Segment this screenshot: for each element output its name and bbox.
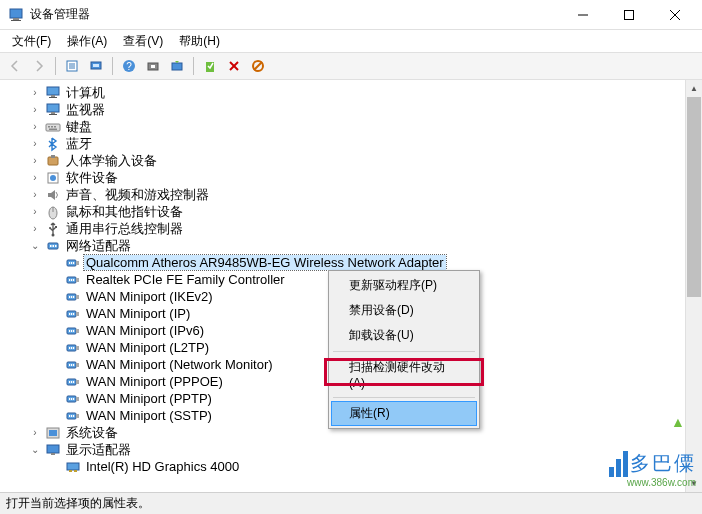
menu-help[interactable]: 帮助(H) xyxy=(171,31,228,52)
expander-icon[interactable]: ⌄ xyxy=(28,240,42,251)
expander-icon[interactable]: › xyxy=(28,206,42,217)
svg-rect-65 xyxy=(71,313,72,315)
netadapter-icon xyxy=(65,306,81,322)
back-button[interactable] xyxy=(4,55,26,77)
context-menu-item[interactable]: 禁用设备(D) xyxy=(331,298,477,323)
tree-category[interactable]: ⌄网络适配器 xyxy=(0,237,685,254)
toolbar-separator xyxy=(55,57,56,75)
tree-category[interactable]: ›鼠标和其他指针设备 xyxy=(0,203,685,220)
tree-device[interactable]: ·Qualcomm Atheros AR9485WB-EG Wireless N… xyxy=(0,254,685,271)
context-menu-item[interactable]: 更新驱动程序(P) xyxy=(331,273,477,298)
context-menu-item[interactable]: 属性(R) xyxy=(331,401,477,426)
netadapter-icon xyxy=(65,255,81,271)
menubar: 文件(F) 操作(A) 查看(V) 帮助(H) xyxy=(0,30,702,52)
tree-category[interactable]: ⌄显示适配器 xyxy=(0,441,685,458)
svg-rect-16 xyxy=(151,65,155,68)
forward-button[interactable] xyxy=(28,55,50,77)
tree-category[interactable]: ›人体学输入设备 xyxy=(0,152,685,169)
expander-icon[interactable]: ⌄ xyxy=(28,444,42,455)
svg-rect-71 xyxy=(73,330,74,332)
tree-label: 网络适配器 xyxy=(64,237,133,255)
disable-button[interactable] xyxy=(247,55,269,77)
scan-button[interactable] xyxy=(85,55,107,77)
svg-rect-45 xyxy=(53,245,55,247)
tree-category[interactable]: ›计算机 xyxy=(0,84,685,101)
enable-button[interactable] xyxy=(199,55,221,77)
svg-rect-95 xyxy=(71,415,72,417)
vertical-scrollbar[interactable]: ▲ ▼ xyxy=(685,80,702,492)
expander-icon[interactable]: › xyxy=(28,138,42,149)
svg-rect-96 xyxy=(73,415,74,417)
svg-rect-31 xyxy=(51,126,53,128)
expander-icon[interactable]: › xyxy=(28,189,42,200)
svg-rect-66 xyxy=(73,313,74,315)
system-icon xyxy=(45,425,61,441)
svg-rect-28 xyxy=(49,114,57,115)
svg-rect-51 xyxy=(73,262,74,264)
tree-category[interactable]: ›软件设备 xyxy=(0,169,685,186)
netadapter-icon xyxy=(65,391,81,407)
svg-rect-61 xyxy=(73,296,74,298)
context-menu[interactable]: 更新驱动程序(P)禁用设备(D)卸载设备(U)扫描检测硬件改动(A)属性(R) xyxy=(328,270,480,429)
svg-rect-85 xyxy=(71,381,72,383)
svg-rect-88 xyxy=(76,397,79,401)
tree-category[interactable]: ›蓝牙 xyxy=(0,135,685,152)
tree-label: Intel(R) HD Graphics 4000 xyxy=(84,459,241,474)
tree-category[interactable]: ›通用串行总线控制器 xyxy=(0,220,685,237)
close-button[interactable] xyxy=(652,0,698,30)
expander-icon[interactable]: › xyxy=(28,223,42,234)
scroll-up-button[interactable]: ▲ xyxy=(686,80,702,97)
svg-rect-86 xyxy=(73,381,74,383)
svg-rect-55 xyxy=(71,279,72,281)
svg-rect-90 xyxy=(71,398,72,400)
svg-point-40 xyxy=(52,233,55,236)
svg-rect-17 xyxy=(172,63,182,70)
bluetooth-icon xyxy=(45,136,61,152)
svg-rect-12 xyxy=(93,64,99,67)
expander-icon[interactable]: › xyxy=(28,172,42,183)
context-menu-item[interactable]: 卸载设备(U) xyxy=(331,323,477,348)
display-icon xyxy=(45,442,61,458)
svg-rect-42 xyxy=(55,226,57,228)
tree-label: WAN Miniport (Network Monitor) xyxy=(84,357,275,372)
network-icon xyxy=(45,238,61,254)
svg-rect-23 xyxy=(47,87,59,95)
tree-device[interactable]: ·Intel(R) HD Graphics 4000 xyxy=(0,458,685,475)
scroll-thumb[interactable] xyxy=(687,97,701,297)
expander-icon[interactable]: › xyxy=(28,104,42,115)
netadapter-icon xyxy=(65,357,81,373)
svg-rect-48 xyxy=(76,261,79,265)
maximize-button[interactable] xyxy=(606,0,652,30)
help-button[interactable]: ? xyxy=(118,55,140,77)
scroll-down-button[interactable]: ▼ xyxy=(686,475,702,492)
menu-action[interactable]: 操作(A) xyxy=(59,31,115,52)
context-menu-item[interactable]: 扫描检测硬件改动(A) xyxy=(331,355,477,394)
tree-label: 通用串行总线控制器 xyxy=(64,220,185,238)
tree-category[interactable]: ›监视器 xyxy=(0,101,685,118)
expander-icon[interactable]: › xyxy=(28,87,42,98)
tree-label: WAN Miniport (PPTP) xyxy=(84,391,214,406)
expander-icon[interactable]: › xyxy=(28,155,42,166)
svg-rect-70 xyxy=(71,330,72,332)
tree-label: WAN Miniport (PPPOE) xyxy=(84,374,225,389)
svg-rect-53 xyxy=(76,278,79,282)
svg-rect-73 xyxy=(76,346,79,350)
expander-icon[interactable]: › xyxy=(28,427,42,438)
scan-hardware-button[interactable] xyxy=(166,55,188,77)
svg-rect-35 xyxy=(51,155,55,158)
context-menu-separator xyxy=(333,351,475,352)
menu-file[interactable]: 文件(F) xyxy=(4,31,59,52)
uninstall-button[interactable] xyxy=(223,55,245,77)
svg-rect-60 xyxy=(71,296,72,298)
minimize-button[interactable] xyxy=(560,0,606,30)
tree-category[interactable]: ›声音、视频和游戏控制器 xyxy=(0,186,685,203)
update-driver-button[interactable] xyxy=(142,55,164,77)
svg-rect-49 xyxy=(69,262,70,264)
menu-view[interactable]: 查看(V) xyxy=(115,31,171,52)
tree-label: 蓝牙 xyxy=(64,135,94,153)
expander-icon[interactable]: › xyxy=(28,121,42,132)
svg-rect-75 xyxy=(71,347,72,349)
properties-button[interactable] xyxy=(61,55,83,77)
svg-rect-56 xyxy=(73,279,74,281)
tree-category[interactable]: ›键盘 xyxy=(0,118,685,135)
